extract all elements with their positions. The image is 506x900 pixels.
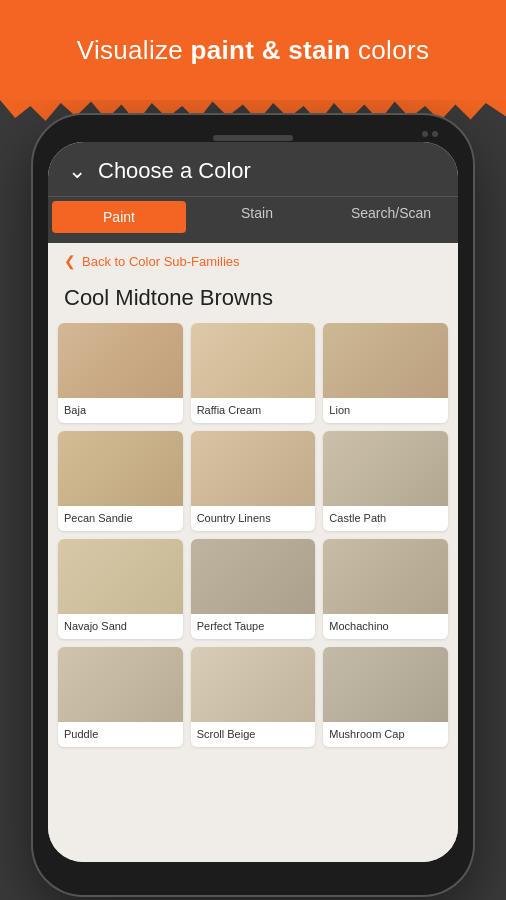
swatch-card-navajo-sand[interactable]: Navajo Sand: [58, 539, 183, 639]
color-row-3: Navajo Sand Perfect Taupe Mochachino: [58, 539, 448, 639]
tab-stain[interactable]: Stain: [190, 197, 324, 237]
swatch-color-baja: [58, 323, 183, 398]
swatch-color-country-linens: [191, 431, 316, 506]
swatch-card-pecan-sandie[interactable]: Pecan Sandie: [58, 431, 183, 531]
app-header: ⌄ Choose a Color: [48, 142, 458, 196]
section-title: Cool Midtone Browns: [48, 279, 458, 323]
tab-paint[interactable]: Paint: [52, 201, 186, 233]
swatch-label-raffia-cream: Raffia Cream: [191, 398, 316, 423]
phone-screen: ⌄ Choose a Color Paint Stain Search/Scan…: [48, 142, 458, 862]
swatch-color-mushroom-cap: [323, 647, 448, 722]
back-link[interactable]: ❮ Back to Color Sub-Families: [48, 243, 458, 279]
swatch-label-scroll-beige: Scroll Beige: [191, 722, 316, 747]
swatch-color-lion: [323, 323, 448, 398]
banner-text: Visualize paint & stain colors: [77, 35, 429, 66]
swatch-label-mushroom-cap: Mushroom Cap: [323, 722, 448, 747]
tab-bar: Paint Stain Search/Scan: [48, 196, 458, 243]
swatch-color-perfect-taupe: [191, 539, 316, 614]
swatch-label-mochachino: Mochachino: [323, 614, 448, 639]
swatch-color-puddle: [58, 647, 183, 722]
swatch-card-mochachino[interactable]: Mochachino: [323, 539, 448, 639]
swatch-card-castle-path[interactable]: Castle Path: [323, 431, 448, 531]
phone-frame: ⌄ Choose a Color Paint Stain Search/Scan…: [33, 115, 473, 895]
swatch-label-country-linens: Country Linens: [191, 506, 316, 531]
swatch-label-castle-path: Castle Path: [323, 506, 448, 531]
swatch-label-lion: Lion: [323, 398, 448, 423]
swatch-color-castle-path: [323, 431, 448, 506]
swatch-card-baja[interactable]: Baja: [58, 323, 183, 423]
camera-dot-2: [432, 131, 438, 137]
swatch-card-raffia-cream[interactable]: Raffia Cream: [191, 323, 316, 423]
swatch-label-pecan-sandie: Pecan Sandie: [58, 506, 183, 531]
phone-camera: [48, 131, 458, 137]
swatch-card-lion[interactable]: Lion: [323, 323, 448, 423]
color-row-1: Baja Raffia Cream Lion: [58, 323, 448, 423]
swatch-color-scroll-beige: [191, 647, 316, 722]
swatch-label-puddle: Puddle: [58, 722, 183, 747]
back-link-text: Back to Color Sub-Families: [82, 254, 240, 269]
swatch-card-scroll-beige[interactable]: Scroll Beige: [191, 647, 316, 747]
swatch-color-navajo-sand: [58, 539, 183, 614]
tab-search-scan[interactable]: Search/Scan: [324, 197, 458, 237]
app-header-title: Choose a Color: [98, 158, 251, 184]
collapse-icon[interactable]: ⌄: [68, 158, 86, 184]
swatch-color-mochachino: [323, 539, 448, 614]
swatch-color-raffia-cream: [191, 323, 316, 398]
swatch-label-baja: Baja: [58, 398, 183, 423]
swatch-label-navajo-sand: Navajo Sand: [58, 614, 183, 639]
color-grid: Baja Raffia Cream Lion Pecan Sandie: [48, 323, 458, 862]
back-chevron-icon: ❮: [64, 253, 76, 269]
swatch-card-puddle[interactable]: Puddle: [58, 647, 183, 747]
swatch-card-country-linens[interactable]: Country Linens: [191, 431, 316, 531]
swatch-label-perfect-taupe: Perfect Taupe: [191, 614, 316, 639]
color-row-2: Pecan Sandie Country Linens Castle Path: [58, 431, 448, 531]
top-banner: Visualize paint & stain colors: [0, 0, 506, 100]
swatch-card-perfect-taupe[interactable]: Perfect Taupe: [191, 539, 316, 639]
color-row-4: Puddle Scroll Beige Mushroom Cap: [58, 647, 448, 747]
swatch-color-pecan-sandie: [58, 431, 183, 506]
swatch-card-mushroom-cap[interactable]: Mushroom Cap: [323, 647, 448, 747]
camera-dot-1: [422, 131, 428, 137]
